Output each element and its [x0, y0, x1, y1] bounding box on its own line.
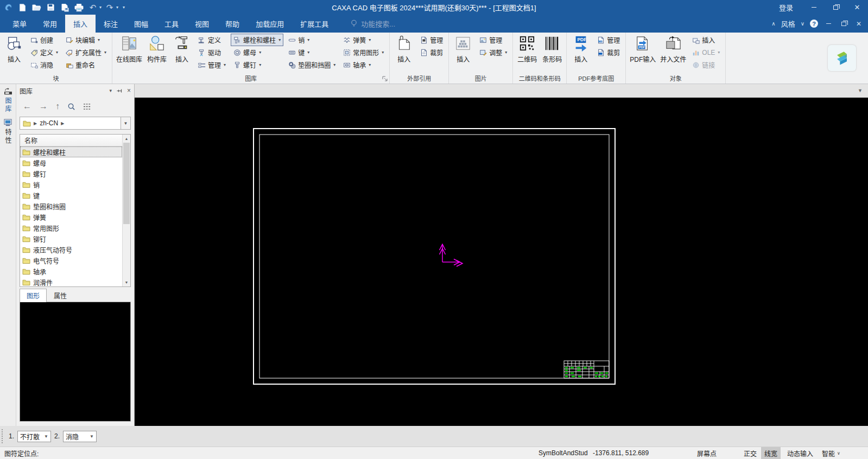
name-column-header[interactable]: 名称 [20, 135, 122, 146]
status-screen-point[interactable]: 屏幕点 [694, 447, 720, 459]
status-dynamic-input-toggle[interactable]: 动态输入 [784, 447, 816, 459]
tab-common[interactable]: 常用 [35, 15, 65, 33]
panel-menu-arrow-icon[interactable]: ▾ [109, 88, 112, 93]
library-drive-button[interactable]: 驱动 [195, 46, 229, 59]
option2-dropdown[interactable]: 消隐 ▼ [63, 431, 97, 442]
library-washer-button[interactable]: 垫圈和挡圈▾ [286, 59, 338, 71]
list-item[interactable]: 铆钉 [20, 233, 122, 244]
list-item[interactable]: 螺母 [20, 157, 122, 168]
save-as-button[interactable] [59, 2, 71, 13]
doc-minimize-button[interactable] [823, 23, 833, 24]
tab-extensions[interactable]: 扩展工具 [292, 15, 337, 33]
pdf-insert-button[interactable]: PDF 插入 [568, 33, 593, 63]
object-ole-button[interactable]: OLE▾ [689, 46, 723, 59]
list-item[interactable]: 轴承 [20, 266, 122, 277]
sidebar-tab-properties[interactable]: 特性 [3, 119, 12, 145]
status-lineweight-toggle[interactable]: 线宽 [761, 447, 781, 459]
save-button[interactable] [45, 2, 56, 13]
help-icon[interactable]: ? [810, 20, 818, 28]
status-smart-snap-dropdown[interactable]: 智能∨ [819, 447, 844, 459]
list-item[interactable]: 螺钉 [20, 168, 122, 179]
pdf-import-button[interactable]: PDF PDF输入 [628, 33, 658, 63]
library-bearing-button[interactable]: 轴承▾ [340, 59, 387, 71]
component-library-button[interactable]: 构件库 [144, 33, 169, 63]
new-file-button[interactable] [16, 2, 28, 13]
pdf-clip-button[interactable]: 裁剪 [594, 46, 623, 59]
library-insert-button[interactable]: 插入 [169, 33, 194, 63]
block-hide-button[interactable]: 消隐 [28, 59, 61, 71]
tab-graphic[interactable]: 图形 [20, 289, 47, 302]
library-manage-button[interactable]: 管理▾ [195, 59, 229, 71]
list-item[interactable]: 键 [20, 190, 122, 201]
library-pin-button[interactable]: 销▾ [286, 34, 338, 46]
breadcrumb-dropdown-button[interactable]: ▼ [121, 117, 131, 130]
list-item[interactable]: 润滑件 [20, 277, 122, 286]
drawing-canvas[interactable] [135, 98, 868, 426]
image-insert-button[interactable]: 插入 [451, 33, 476, 63]
document-tabs-dropdown-icon[interactable]: ▼ [858, 88, 863, 93]
library-spring-button[interactable]: 弹簧▾ [340, 34, 387, 46]
search-icon[interactable] [67, 103, 75, 111]
tab-sheet[interactable]: 图幅 [126, 15, 156, 33]
tab-view[interactable]: 视图 [187, 15, 217, 33]
library-bolt-stud-button[interactable]: 螺栓和螺柱▾ [231, 34, 283, 46]
style-button[interactable]: 风格 [781, 18, 795, 29]
list-item[interactable]: 垫圈和挡圈 [20, 201, 122, 212]
block-rename-button[interactable]: 重命名 [63, 59, 109, 71]
undo-dropdown-arrow[interactable]: ▾ [99, 5, 102, 10]
tab-menu[interactable]: 菜单 [4, 15, 35, 33]
scroll-down-icon[interactable]: ▼ [123, 278, 130, 286]
list-item[interactable]: 液压气动符号 [20, 244, 122, 255]
block-create-button[interactable]: 创建 [28, 34, 61, 46]
scroll-up-icon[interactable]: ▲ [123, 135, 130, 143]
assistant-logo[interactable] [828, 45, 856, 71]
redo-button[interactable]: ↷ [104, 2, 116, 13]
library-nut-button[interactable]: 螺母▾ [231, 46, 283, 59]
library-define-button[interactable]: 定义 [195, 34, 229, 46]
barcode-button[interactable]: 条形码 [540, 33, 565, 63]
block-insert-button[interactable]: 插入 [2, 33, 27, 63]
breadcrumb[interactable]: ▶ zh-CN ▶ [20, 117, 121, 130]
customize-toolbar-arrow[interactable]: ▾ [123, 5, 125, 10]
status-ortho-toggle[interactable]: 正交 [740, 447, 760, 459]
block-extend-attr-button[interactable]: Ex 扩充属性▾ [63, 46, 109, 59]
option1-dropdown[interactable]: 不打散 ▼ [17, 431, 51, 442]
breadcrumb-path[interactable]: zh-CN [40, 119, 58, 127]
close-button[interactable]: ✕ [846, 0, 868, 15]
breadcrumb-arrow-icon[interactable]: ▶ [61, 121, 64, 126]
list-item[interactable]: 电气符号 [20, 255, 122, 266]
nav-up-icon[interactable]: ↑ [55, 102, 60, 111]
library-common-shapes-button[interactable]: 常用图形▾ [340, 46, 387, 59]
sidebar-tab-library[interactable]: 图库 [3, 87, 12, 113]
tab-load-app[interactable]: 加载应用 [248, 15, 292, 33]
style-dropdown-arrow[interactable]: ∨ [801, 21, 804, 27]
image-manage-button[interactable]: 管理 [477, 34, 510, 46]
library-key-button[interactable]: 键▾ [286, 46, 338, 59]
redo-dropdown-arrow[interactable]: ▾ [116, 5, 118, 10]
online-library-button[interactable]: 在线图库 [114, 33, 144, 63]
view-mode-icon[interactable] [83, 103, 92, 110]
merge-file-button[interactable]: 并入文件 [658, 33, 688, 63]
image-adjust-button[interactable]: 调整▾ [477, 46, 510, 59]
library-dialog-launcher-icon[interactable] [382, 76, 388, 81]
open-file-button[interactable] [30, 2, 42, 13]
doc-restore-button[interactable] [839, 22, 848, 26]
nav-back-icon[interactable]: ← [23, 102, 31, 111]
scrollbar-thumb[interactable] [123, 143, 130, 224]
xref-manage-button[interactable]: 管理 [417, 34, 446, 46]
options-bar-grip[interactable] [2, 429, 4, 443]
print-button[interactable] [73, 2, 85, 13]
doc-close-button[interactable]: ✕ [854, 20, 864, 28]
panel-pin-icon[interactable] [117, 88, 122, 94]
login-button[interactable]: 登录 [769, 2, 803, 12]
function-search[interactable]: 功能搜索... [351, 15, 395, 33]
tab-tools[interactable]: 工具 [156, 15, 187, 33]
tab-help[interactable]: 帮助 [217, 15, 248, 33]
tab-attributes[interactable]: 属性 [47, 289, 74, 302]
list-item[interactable]: 常用图形 [20, 222, 122, 233]
library-screw-button[interactable]: 螺钉▾ [231, 59, 283, 71]
list-item[interactable]: 螺栓和螺柱 [20, 146, 122, 157]
minimize-button[interactable] [803, 0, 825, 15]
list-item[interactable]: 弹簧 [20, 212, 122, 222]
qr-code-button[interactable]: 二维码 [515, 33, 540, 63]
